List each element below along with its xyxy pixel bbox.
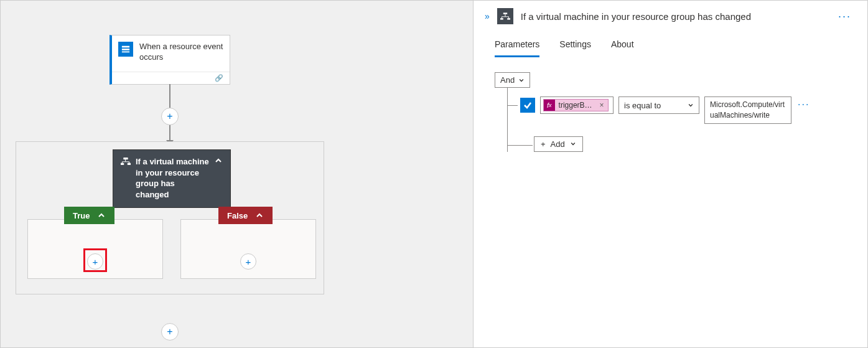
group-operator-label: And (500, 75, 515, 85)
operand-left-input[interactable]: fx triggerB… × (540, 96, 614, 114)
condition-icon (497, 8, 513, 24)
false-label: False (227, 211, 248, 220)
tab-settings[interactable]: Settings (559, 39, 591, 57)
false-branch-header[interactable]: False (218, 207, 273, 224)
trigger-card[interactable]: When a resource event occurs 🔗 (110, 35, 230, 85)
add-step-button[interactable]: + (161, 108, 179, 125)
row-checkbox[interactable] (520, 98, 535, 113)
true-branch-header[interactable]: True (64, 207, 114, 224)
trigger-title: When a resource event occurs (139, 42, 223, 63)
plus-icon: + (541, 139, 546, 149)
condition-icon (121, 158, 131, 167)
chevron-up-icon (97, 211, 106, 220)
remove-token-button[interactable]: × (596, 101, 608, 110)
svg-rect-5 (128, 163, 131, 164)
add-action-true-button[interactable]: + (87, 253, 103, 270)
chevron-up-icon (255, 211, 264, 220)
tab-about[interactable]: About (611, 39, 634, 57)
add-label: Add (551, 139, 565, 149)
add-row-button[interactable]: + Add (534, 136, 583, 152)
condition-editor: And fx triggerB… × is equal to (474, 57, 867, 152)
fx-icon: fx (544, 100, 555, 111)
link-icon: 🔗 (215, 74, 223, 82)
true-branch[interactable]: True + (27, 219, 163, 279)
chevron-down-icon (570, 141, 576, 147)
condition-title: If a virtual machine in your resource gr… (136, 156, 209, 200)
event-grid-icon (118, 42, 133, 57)
chevron-down-icon (688, 102, 694, 108)
collapse-icon[interactable] (214, 156, 223, 167)
svg-rect-0 (122, 46, 129, 48)
svg-rect-2 (122, 52, 129, 53)
svg-rect-7 (500, 18, 503, 19)
svg-rect-1 (122, 49, 129, 50)
add-action-false-button[interactable]: + (240, 253, 256, 270)
panel-tabs: Parameters Settings About (474, 31, 867, 57)
tab-parameters[interactable]: Parameters (495, 39, 539, 57)
connector-line (169, 84, 170, 108)
false-branch[interactable]: False + (180, 219, 316, 279)
operator-dropdown[interactable]: is equal to (618, 96, 699, 114)
svg-rect-3 (124, 158, 128, 159)
row-more-button[interactable]: ··· (796, 96, 811, 113)
chevron-down-icon (518, 77, 525, 83)
svg-rect-6 (503, 12, 507, 14)
collapse-panel-button[interactable]: » (485, 11, 490, 21)
panel-more-button[interactable]: ··· (836, 10, 854, 23)
condition-card[interactable]: If a virtual machine in your resource gr… (113, 149, 231, 208)
panel-title: If a virtual machine in your resource gr… (521, 11, 828, 22)
workflow-canvas[interactable]: When a resource event occurs 🔗 + If a vi… (1, 1, 474, 347)
true-label: True (73, 211, 90, 220)
operator-value: is equal to (624, 101, 661, 110)
group-operator-dropdown[interactable]: And (495, 72, 530, 88)
svg-rect-4 (121, 163, 124, 164)
condition-container: If a virtual machine in your resource gr… (16, 141, 324, 294)
properties-panel: » If a virtual machine in your resource … (474, 1, 867, 347)
condition-row: fx triggerB… × is equal to Microsoft.Com… (520, 88, 867, 124)
expression-token[interactable]: fx triggerB… × (543, 99, 609, 111)
expression-label: triggerB… (555, 101, 596, 110)
svg-rect-8 (507, 18, 510, 19)
operand-right-input[interactable]: Microsoft.Compute/virtualMachines/write (704, 96, 791, 124)
add-step-button[interactable]: + (161, 323, 179, 341)
